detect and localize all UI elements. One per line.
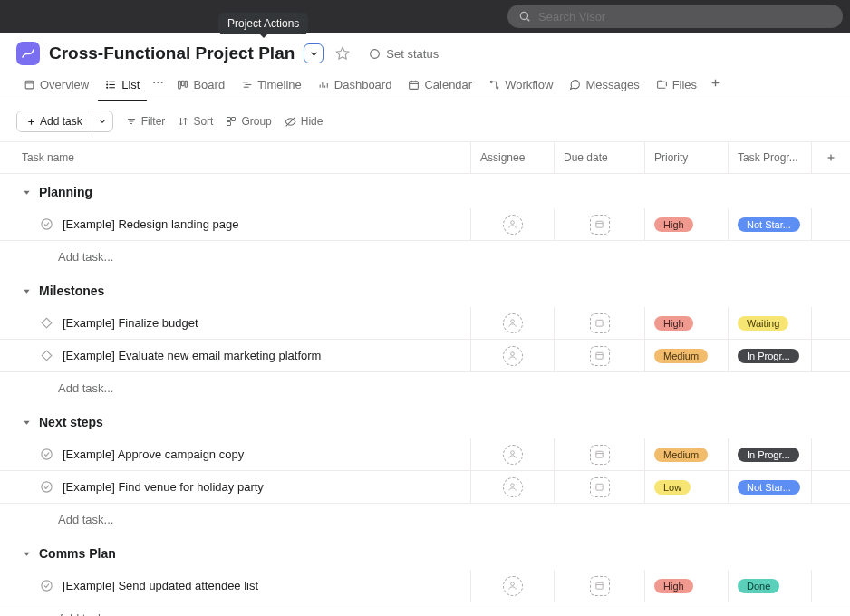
- assignee-placeholder[interactable]: [503, 313, 523, 333]
- filter-button[interactable]: Filter: [126, 115, 166, 128]
- task-assignee-cell[interactable]: [471, 340, 555, 371]
- task-extra-cell[interactable]: [812, 438, 850, 470]
- due-date-placeholder[interactable]: [590, 445, 610, 465]
- task-priority-cell[interactable]: Low: [645, 471, 729, 503]
- tab-overview[interactable]: Overview: [16, 72, 96, 101]
- sort-button[interactable]: Sort: [178, 115, 213, 128]
- task-progress-cell[interactable]: Not Star...: [729, 208, 812, 240]
- tab-calendar[interactable]: Calendar: [401, 72, 479, 101]
- task-priority-cell[interactable]: High: [645, 570, 729, 602]
- milestone-icon[interactable]: [40, 316, 53, 330]
- task-due-cell[interactable]: [555, 208, 645, 240]
- group-button[interactable]: Group: [226, 115, 271, 128]
- task-extra-cell[interactable]: [812, 471, 850, 503]
- assignee-placeholder[interactable]: [503, 346, 523, 366]
- check-circle-icon[interactable]: [40, 579, 53, 592]
- task-row[interactable]: [Example] Send updated attendee listHigh…: [0, 570, 850, 602]
- star-button[interactable]: [333, 43, 353, 63]
- section-header[interactable]: Milestones: [0, 273, 850, 307]
- task-progress-cell[interactable]: In Progr...: [729, 340, 812, 371]
- tab-board[interactable]: Board: [169, 72, 232, 101]
- task-priority-cell[interactable]: High: [645, 307, 729, 339]
- project-actions-button[interactable]: [304, 43, 324, 63]
- task-progress-cell[interactable]: In Progr...: [729, 438, 812, 470]
- tab-workflow[interactable]: Workflow: [481, 72, 560, 101]
- task-progress-cell[interactable]: Done: [729, 570, 812, 602]
- task-extra-cell[interactable]: [812, 570, 850, 602]
- milestone-icon[interactable]: [40, 349, 53, 362]
- task-due-cell[interactable]: [555, 438, 645, 470]
- column-header-name[interactable]: Task name: [0, 142, 471, 173]
- add-tab-button[interactable]: [706, 77, 725, 97]
- task-name-cell[interactable]: [Example] Find venue for holiday party: [0, 471, 471, 503]
- task-due-cell[interactable]: [555, 570, 645, 602]
- task-priority-cell[interactable]: Medium: [645, 438, 729, 470]
- tab-list-more[interactable]: ···: [149, 76, 168, 97]
- priority-pill: High: [654, 217, 693, 232]
- search-input[interactable]: [538, 10, 832, 24]
- section-add-task[interactable]: Add task...: [0, 504, 850, 535]
- due-date-placeholder[interactable]: [590, 477, 610, 497]
- task-extra-cell[interactable]: [812, 340, 850, 371]
- task-assignee-cell[interactable]: [471, 570, 555, 602]
- check-circle-icon[interactable]: [40, 217, 53, 231]
- section-header[interactable]: Comms Plan: [0, 535, 850, 570]
- task-assignee-cell[interactable]: [471, 471, 555, 503]
- task-progress-cell[interactable]: Not Star...: [729, 471, 812, 503]
- task-priority-cell[interactable]: High: [645, 208, 729, 240]
- task-name-cell[interactable]: [Example] Approve campaign copy: [0, 438, 471, 470]
- column-header-due[interactable]: Due date: [555, 142, 645, 173]
- due-date-placeholder[interactable]: [590, 313, 610, 333]
- task-row[interactable]: [Example] Approve campaign copyMediumIn …: [0, 438, 850, 471]
- task-due-cell[interactable]: [555, 307, 645, 339]
- tab-files[interactable]: Files: [649, 72, 704, 101]
- task-name-cell[interactable]: [Example] Redesign landing page: [0, 208, 471, 240]
- task-assignee-cell[interactable]: [471, 438, 555, 470]
- section-add-task[interactable]: Add task...: [0, 241, 850, 273]
- tab-timeline[interactable]: Timeline: [234, 72, 309, 101]
- task-row[interactable]: [Example] Find venue for holiday partyLo…: [0, 471, 850, 504]
- search-input-wrapper[interactable]: [507, 5, 843, 28]
- due-date-placeholder[interactable]: [590, 576, 610, 596]
- task-extra-cell[interactable]: [812, 307, 850, 339]
- sort-label: Sort: [193, 115, 213, 128]
- assignee-placeholder[interactable]: [503, 477, 523, 497]
- section-add-task[interactable]: Add task...: [0, 602, 850, 616]
- hide-button[interactable]: Hide: [285, 115, 324, 128]
- task-assignee-cell[interactable]: [471, 307, 555, 339]
- svg-point-61: [42, 581, 52, 591]
- task-priority-cell[interactable]: Medium: [645, 340, 729, 371]
- task-assignee-cell[interactable]: [471, 208, 555, 240]
- check-circle-icon[interactable]: [40, 480, 53, 494]
- task-name-cell[interactable]: [Example] Evaluate new email marketing p…: [0, 340, 471, 371]
- column-header-progress[interactable]: Task Progr...: [729, 142, 812, 173]
- task-name-cell[interactable]: [Example] Send updated attendee list: [0, 570, 471, 602]
- task-due-cell[interactable]: [555, 340, 645, 371]
- section-header[interactable]: Next steps: [0, 404, 850, 438]
- assignee-placeholder[interactable]: [503, 215, 523, 235]
- task-due-cell[interactable]: [555, 471, 645, 503]
- tab-messages[interactable]: Messages: [562, 72, 646, 101]
- task-row[interactable]: [Example] Finalize budgetHighWaiting: [0, 307, 850, 340]
- due-date-placeholder[interactable]: [590, 215, 610, 235]
- tab-list[interactable]: List: [98, 72, 147, 101]
- assignee-placeholder[interactable]: [503, 445, 523, 465]
- task-row[interactable]: [Example] Evaluate new email marketing p…: [0, 340, 850, 372]
- section-header[interactable]: Planning: [0, 174, 850, 208]
- check-circle-icon[interactable]: [40, 448, 53, 461]
- task-row[interactable]: [Example] Redesign landing pageHighNot S…: [0, 208, 850, 241]
- column-header-priority[interactable]: Priority: [645, 142, 729, 173]
- add-task-button[interactable]: Add task: [17, 111, 92, 131]
- add-column-button[interactable]: [812, 142, 850, 173]
- tab-label: Files: [672, 78, 697, 91]
- tab-dashboard[interactable]: Dashboard: [311, 72, 400, 101]
- column-header-assignee[interactable]: Assignee: [471, 142, 555, 173]
- set-status-button[interactable]: Set status: [369, 47, 439, 61]
- task-progress-cell[interactable]: Waiting: [729, 307, 812, 339]
- assignee-placeholder[interactable]: [503, 576, 523, 596]
- add-task-dropdown[interactable]: [92, 111, 112, 131]
- task-extra-cell[interactable]: [812, 208, 850, 240]
- due-date-placeholder[interactable]: [590, 346, 610, 366]
- section-add-task[interactable]: Add task...: [0, 372, 850, 404]
- task-name-cell[interactable]: [Example] Finalize budget: [0, 307, 471, 339]
